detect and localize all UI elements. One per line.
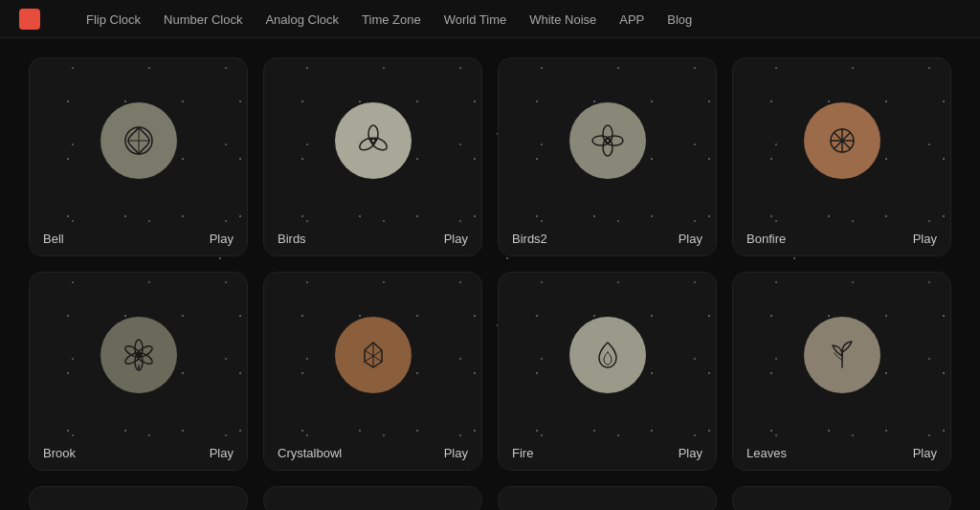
icon-bell xyxy=(115,117,163,165)
card-icon-leaves xyxy=(804,317,880,393)
nav-link-number-clock[interactable]: Number Clock xyxy=(164,12,242,27)
card-icon-brook xyxy=(100,317,177,393)
sound-grid-row3-partial xyxy=(29,486,951,510)
card-inner-bonfire xyxy=(733,58,950,222)
card-name-label: Leaves xyxy=(746,446,787,460)
card-inner-crystalbowl xyxy=(264,273,481,436)
main-content: BellPlayBirdsPlayBirds2PlayBonfirePlay B… xyxy=(0,38,980,510)
card-inner-birds xyxy=(264,58,481,222)
card-partial-1 xyxy=(29,486,248,510)
card-name-label: Bell xyxy=(43,232,64,246)
card-brook[interactable]: BrookPlay xyxy=(29,272,248,471)
card-name-label: Crystalbowl xyxy=(278,446,342,460)
card-name-label: Fire xyxy=(512,446,533,460)
card-name-label: Birds xyxy=(278,232,306,246)
card-play-button[interactable]: Play xyxy=(679,446,702,460)
card-footer-leaves: LeavesPlay xyxy=(733,436,950,470)
card-play-button[interactable]: Play xyxy=(444,446,468,460)
card-birds[interactable]: BirdsPlay xyxy=(263,57,482,256)
brand xyxy=(19,9,48,30)
card-play-button[interactable]: Play xyxy=(913,446,937,460)
nav-link-app[interactable]: APP xyxy=(619,12,644,27)
card-inner-fire xyxy=(499,273,716,436)
card-footer-crystalbowl: CrystalbowlPlay xyxy=(264,436,481,470)
card-footer-bell: BellPlay xyxy=(30,222,247,255)
card-icon-birds2 xyxy=(569,102,646,179)
nav-link-time-zone[interactable]: Time Zone xyxy=(362,12,421,27)
icon-leaves xyxy=(818,331,866,379)
card-inner-birds2 xyxy=(499,58,716,222)
sound-grid-row2: BrookPlayCrystalbowlPlayFirePlayLeavesPl… xyxy=(29,272,951,471)
card-footer-birds2: Birds2Play xyxy=(499,222,716,255)
card-inner-brook xyxy=(30,273,247,436)
icon-bonfire xyxy=(818,117,866,165)
card-partial-2 xyxy=(263,486,482,510)
card-icon-bonfire xyxy=(804,102,880,179)
card-icon-fire xyxy=(569,317,646,393)
card-crystalbowl[interactable]: CrystalbowlPlay xyxy=(263,272,482,471)
card-footer-bonfire: BonfirePlay xyxy=(733,222,950,255)
card-footer-birds: BirdsPlay xyxy=(264,222,481,255)
card-bell[interactable]: BellPlay xyxy=(29,57,248,256)
card-birds2[interactable]: Birds2Play xyxy=(498,57,717,256)
card-play-button[interactable]: Play xyxy=(210,446,234,460)
card-name-label: Birds2 xyxy=(512,232,547,246)
card-icon-crystalbowl xyxy=(335,317,412,393)
navbar: Flip ClockNumber ClockAnalog ClockTime Z… xyxy=(0,0,980,38)
card-leaves[interactable]: LeavesPlay xyxy=(732,272,951,471)
nav-link-world-time[interactable]: World Time xyxy=(444,12,507,27)
card-footer-fire: FirePlay xyxy=(499,436,716,470)
card-bonfire[interactable]: BonfirePlay xyxy=(732,57,951,256)
icon-fire xyxy=(584,331,632,379)
nav-links: Flip ClockNumber ClockAnalog ClockTime Z… xyxy=(86,11,692,28)
card-play-button[interactable]: Play xyxy=(210,232,234,246)
logo-box xyxy=(19,9,40,30)
icon-brook xyxy=(115,331,163,379)
card-icon-birds xyxy=(335,102,412,179)
card-play-button[interactable]: Play xyxy=(679,232,702,246)
nav-link-blog[interactable]: Blog xyxy=(667,12,692,27)
nav-link-analog-clock[interactable]: Analog Clock xyxy=(265,12,339,27)
card-play-button[interactable]: Play xyxy=(444,232,468,246)
card-name-label: Brook xyxy=(43,446,76,460)
sound-grid-row1: BellPlayBirdsPlayBirds2PlayBonfirePlay xyxy=(29,57,951,256)
card-fire[interactable]: FirePlay xyxy=(498,272,717,471)
card-play-button[interactable]: Play xyxy=(913,232,937,246)
card-icon-bell xyxy=(100,102,177,179)
card-partial-3 xyxy=(498,486,717,510)
icon-birds xyxy=(349,117,397,165)
card-partial-4 xyxy=(732,486,951,510)
nav-link-flip-clock[interactable]: Flip Clock xyxy=(86,12,141,27)
nav-link-white-noise[interactable]: White Noise xyxy=(529,12,596,27)
icon-crystalbowl xyxy=(349,331,397,379)
card-footer-brook: BrookPlay xyxy=(30,436,247,470)
card-inner-bell xyxy=(30,58,247,222)
icon-birds2 xyxy=(584,117,632,165)
card-name-label: Bonfire xyxy=(746,232,786,246)
card-inner-leaves xyxy=(733,273,950,436)
